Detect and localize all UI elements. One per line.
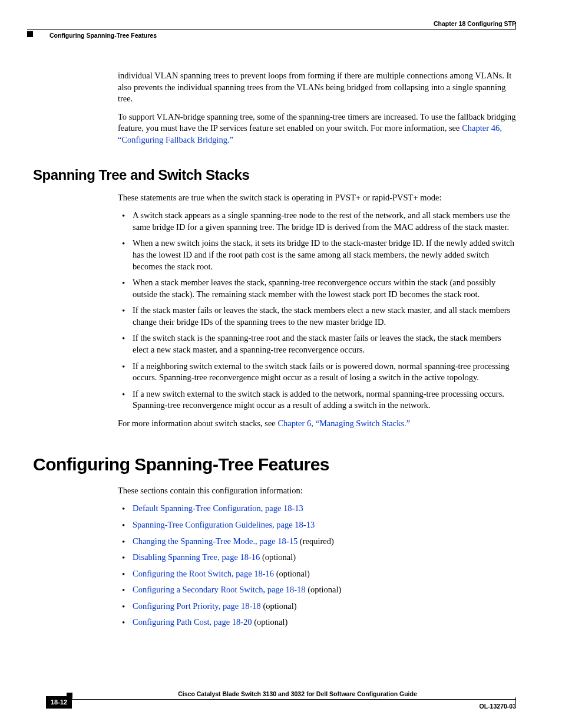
list-item: Disabling Spanning Tree, page 18-16 (opt… <box>118 552 516 564</box>
footer-guide-title: Cisco Catalyst Blade Switch 3130 and 303… <box>79 690 516 698</box>
bullet-list: A switch stack appears as a single spann… <box>118 210 516 411</box>
footer-doc-id: OL-13270-03 <box>480 702 516 710</box>
link-config-guidelines[interactable]: Spanning-Tree Configuration Guidelines, … <box>133 520 315 529</box>
footer-end-tick <box>515 697 517 704</box>
suffix-text: (optional) <box>306 585 342 594</box>
list-item: Configuring the Root Switch, page 18-16 … <box>118 568 516 580</box>
link-root-switch[interactable]: Configuring the Root Switch, page 18-16 <box>133 569 274 578</box>
suffix-text: (optional) <box>274 569 310 578</box>
body-paragraph: These sections contain this configuratio… <box>118 485 516 497</box>
link-port-priority[interactable]: Configuring Port Priority, page 18-18 <box>133 601 261 611</box>
link-path-cost[interactable]: Configuring Path Cost, page 18-20 <box>133 617 252 627</box>
list-item: Configuring Port Priority, page 18-18 (o… <box>118 601 516 612</box>
body-paragraph: For more information about switch stacks… <box>118 418 516 430</box>
list-item: If the stack master fails or leaves the … <box>118 305 516 328</box>
bullet-list: Default Spanning-Tree Configuration, pag… <box>118 503 516 628</box>
header-marker-box <box>27 31 33 37</box>
heading-spanning-tree-stacks: Spanning Tree and Switch Stacks <box>33 166 516 185</box>
header-rule <box>27 29 516 30</box>
link-disable-stp[interactable]: Disabling Spanning Tree, page 18-16 <box>133 552 260 562</box>
header-end-tick <box>515 22 517 29</box>
list-item: Configuring a Secondary Root Switch, pag… <box>118 584 516 596</box>
footer-rule <box>46 699 516 700</box>
body-paragraph: individual VLAN spanning trees to preven… <box>118 70 516 105</box>
list-item: Changing the Spanning-Tree Mode., page 1… <box>118 536 516 548</box>
link-default-config[interactable]: Default Spanning-Tree Configuration, pag… <box>133 503 303 513</box>
suffix-text: (optional) <box>261 601 297 611</box>
suffix-text: (optional) <box>260 552 296 562</box>
suffix-text: (required) <box>297 536 334 546</box>
list-item: If the switch stack is the spanning-tree… <box>118 332 516 355</box>
body-text: For more information about switch stacks… <box>118 419 277 428</box>
suffix-text: (optional) <box>252 617 288 627</box>
list-item: Configuring Path Cost, page 18-20 (optio… <box>118 617 516 628</box>
list-item: When a stack member leaves the stack, sp… <box>118 277 516 300</box>
body-paragraph: To support VLAN-bridge spanning tree, so… <box>118 111 516 146</box>
link-chapter-6[interactable]: Chapter 6, “Managing Switch Stacks.” <box>277 419 410 428</box>
list-item: A switch stack appears as a single spann… <box>118 210 516 233</box>
list-item: When a new switch joins the stack, it se… <box>118 238 516 272</box>
page-header: Chapter 18 Configuring STP Configuring S… <box>27 19 516 39</box>
body-text: To support VLAN-bridge spanning tree, so… <box>118 112 516 133</box>
body-paragraph: These statements are true when the switc… <box>118 192 516 204</box>
header-section: Configuring Spanning-Tree Features <box>49 31 516 39</box>
link-change-mode[interactable]: Changing the Spanning-Tree Mode., page 1… <box>133 536 297 546</box>
list-item: If a neighboring switch external to the … <box>118 361 516 384</box>
list-item: If a new switch external to the switch s… <box>118 388 516 411</box>
heading-configuring-features: Configuring Spanning-Tree Features <box>33 453 516 477</box>
page-footer: Cisco Catalyst Blade Switch 3130 and 303… <box>46 690 516 710</box>
link-secondary-root[interactable]: Configuring a Secondary Root Switch, pag… <box>133 585 306 594</box>
page-content: individual VLAN spanning trees to preven… <box>33 70 516 635</box>
list-item: Default Spanning-Tree Configuration, pag… <box>118 503 516 515</box>
header-chapter: Chapter 18 Configuring STP <box>27 19 516 28</box>
list-item: Spanning-Tree Configuration Guidelines, … <box>118 519 516 531</box>
page-number-badge: 18-12 <box>46 696 72 709</box>
